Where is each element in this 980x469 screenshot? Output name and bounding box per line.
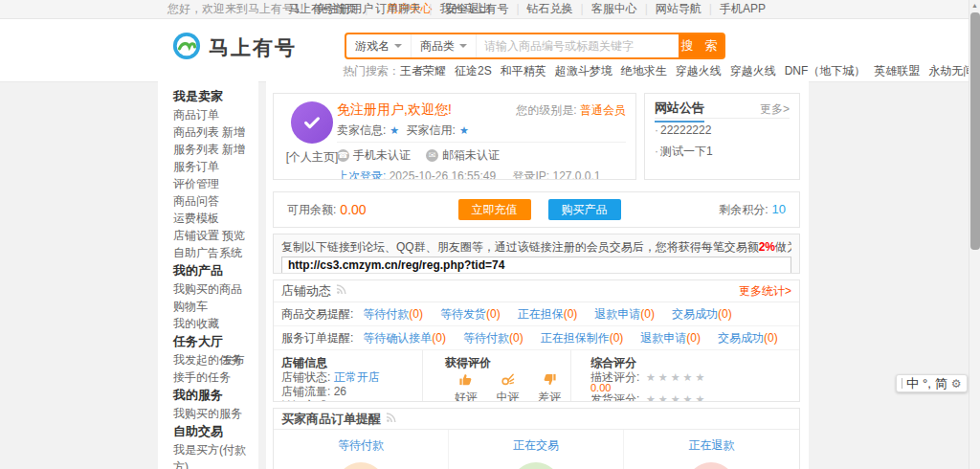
sidebar-item[interactable]: 购物车 — [173, 298, 258, 315]
sidebar-item[interactable]: 我的服务 — [173, 386, 258, 405]
buyer-order-status-link[interactable]: 正在交易 — [513, 438, 559, 452]
order-status-link[interactable]: 交易成功(0) — [672, 307, 732, 321]
sidebar-extra-link[interactable]: 预览 — [222, 227, 245, 244]
hot-search-link[interactable]: 英雄联盟 — [874, 64, 920, 78]
sidebar-item-label[interactable]: 服务订单 — [173, 160, 219, 173]
sidebar-item[interactable]: 服务列表 新增 — [173, 141, 258, 158]
hot-search-link[interactable]: 穿越火线 — [730, 64, 776, 78]
buyer-order-status-link[interactable]: 正在退款 — [688, 438, 734, 452]
ime-mode[interactable]: 中 — [906, 375, 919, 392]
topbar-nav-link[interactable]: 手机APP — [702, 2, 766, 15]
order-status-link[interactable]: 交易成功(0) — [718, 331, 778, 345]
sidebar-item[interactable]: 我购买的服务 — [173, 405, 258, 422]
topbar-nav-link[interactable]: 马上有号首页 — [288, 2, 357, 15]
vertical-scrollbar[interactable]: ▲ — [969, 0, 980, 469]
gear-icon[interactable]: ⚙ — [951, 377, 962, 391]
buy-product-button[interactable]: 购买产品 — [548, 199, 621, 220]
order-status-link[interactable]: 等待确认接单(0) — [363, 331, 446, 345]
sidebar-item-label[interactable]: 自助广告系统 — [173, 246, 242, 259]
sidebar-item-label[interactable]: 我是买方(付款方) — [173, 443, 246, 469]
scrollbar-thumb[interactable] — [970, 12, 980, 250]
order-status-link[interactable]: 退款申请(0) — [594, 307, 655, 321]
order-status-link[interactable]: 等待付款(0) — [363, 307, 423, 321]
hot-search-link[interactable]: DNF（地下城） — [785, 64, 866, 78]
sidebar-item[interactable]: 我的收藏 — [173, 315, 258, 332]
sidebar-item[interactable]: 服务订单 — [173, 158, 258, 175]
sidebar-item-label[interactable]: 商品问答 — [173, 194, 219, 208]
last-login-link[interactable]: 上次登录: — [337, 169, 386, 180]
sidebar-item[interactable]: 自助交易 — [173, 422, 258, 441]
sidebar-item-label[interactable]: 我的收藏 — [173, 317, 219, 330]
sidebar-item-label[interactable]: 接手的任务 — [173, 370, 231, 384]
hot-search-link[interactable]: 穿越火线 — [676, 64, 722, 78]
logo[interactable]: 马上有号 — [172, 32, 297, 63]
sidebar-item[interactable]: 商品问答 — [173, 192, 258, 210]
recharge-button[interactable]: 立即充值 — [458, 199, 531, 220]
sidebar-extra-link[interactable]: 新增 — [222, 123, 245, 141]
ime-status-bar[interactable]: 中 °, 简 ⚙ — [896, 374, 968, 392]
hot-search-link[interactable]: 和平精英 — [501, 64, 546, 78]
sidebar-item-label[interactable]: 服务列表 — [173, 143, 219, 156]
sidebar-item[interactable]: 接手的任务 — [173, 368, 258, 386]
sidebar-item-label[interactable]: 我购买的商品 — [173, 282, 242, 296]
sidebar-item[interactable]: 店铺设置 预览 — [173, 227, 258, 244]
scroll-up-arrow-icon[interactable]: ▲ — [969, 0, 980, 11]
personal-homepage-link[interactable]: [个人主页] — [285, 149, 339, 166]
sidebar-item[interactable]: 我是卖家 — [173, 87, 258, 106]
verification-row: ☎手机未认证 ✉邮箱未认证 — [337, 147, 626, 163]
sidebar-item[interactable]: 我的产品 — [173, 261, 258, 280]
search-button[interactable]: 搜 索 — [679, 34, 724, 57]
hot-search-link[interactable]: 王者荣耀 — [400, 64, 446, 78]
notice-item[interactable]: 测试一下1 — [655, 143, 790, 161]
sidebar-item-label[interactable]: 店铺设置 — [173, 229, 219, 242]
ime-charset[interactable]: 简 — [935, 375, 947, 392]
sidebar-item[interactable]: 商品列表 新增 — [173, 123, 258, 141]
sidebar-item-label[interactable]: 我的服务 — [173, 388, 223, 402]
game-select[interactable]: 游戏名 — [346, 34, 412, 57]
sidebar-item[interactable]: 任务大厅 — [173, 332, 258, 351]
sidebar-item-label[interactable]: 我是卖家 — [173, 89, 223, 103]
topbar-nav-link[interactable]: 订单聊天 — [357, 2, 421, 15]
search-input[interactable] — [477, 34, 679, 57]
more-stats-link[interactable]: 更多统计> — [739, 283, 791, 300]
sidebar-item-label[interactable]: 购物车 — [173, 300, 208, 313]
order-status-link[interactable]: 退款申请(0) — [640, 331, 701, 345]
topbar-nav-link[interactable]: 钻石兑换 — [508, 2, 572, 15]
sidebar-item[interactable]: 我发起的任务 发布 — [173, 351, 258, 368]
topbar-nav-link[interactable]: 客服中心 — [573, 2, 637, 15]
sidebar-item-label[interactable]: 运费模板 — [173, 212, 219, 225]
sidebar-item-label[interactable]: 任务大厅 — [173, 334, 223, 348]
buyer-order-status-link[interactable]: 等待付款 — [338, 438, 384, 452]
sidebar-item[interactable]: 我是买方(付款方) — [173, 441, 258, 458]
sidebar-item[interactable]: 商品订单 — [173, 106, 258, 123]
sidebar-item-label[interactable]: 自助交易 — [173, 424, 223, 438]
sidebar-item-label[interactable]: 我购买的服务 — [173, 407, 242, 420]
notice-more-link[interactable]: 更多> — [760, 101, 790, 118]
order-status-text: 交易成功 — [718, 331, 764, 345]
rating-label: 差评 — [538, 391, 561, 402]
category-select[interactable]: 商品类 — [412, 34, 477, 57]
sidebar-item-label[interactable]: 商品订单 — [173, 108, 219, 122]
referral-url-field[interactable]: http://cs3.cmzym.cn/reg/reg.php?tid=74 — [281, 257, 791, 274]
sidebar-item-label[interactable]: 评价管理 — [173, 177, 219, 190]
sidebar-item[interactable]: 运费模板 — [173, 210, 258, 227]
order-status-link[interactable]: 等待发货(0) — [440, 307, 501, 321]
order-status-link[interactable]: 等待付款(0) — [463, 331, 523, 345]
sidebar-item-label[interactable]: 商品列表 — [173, 125, 219, 139]
ime-punct[interactable]: °, — [923, 376, 931, 391]
topbar-nav-link[interactable]: 我的马上有号 — [421, 2, 508, 15]
topbar-nav-link[interactable]: 网站导航 — [637, 2, 702, 15]
sidebar-item[interactable]: 我购买的商品 — [173, 280, 258, 298]
sidebar-item[interactable]: 评价管理 — [173, 175, 258, 192]
sidebar-extra-link[interactable]: 发布 — [222, 351, 245, 368]
hot-search-link[interactable]: 征途2S — [455, 64, 492, 78]
order-status-link[interactable]: 正在担保(0) — [518, 307, 578, 321]
notice-item[interactable]: 22222222 — [655, 122, 790, 140]
sidebar-item[interactable]: 自助广告系统 — [173, 244, 258, 261]
avatar[interactable] — [291, 101, 333, 144]
hot-search-link[interactable]: 绝地求生 — [621, 64, 667, 78]
sidebar-item-label[interactable]: 我的产品 — [173, 263, 223, 278]
order-status-link[interactable]: 正在担保制作(0) — [541, 331, 624, 345]
hot-search-link[interactable]: 超激斗梦境 — [555, 64, 612, 78]
sidebar-extra-link[interactable]: 新增 — [222, 141, 245, 158]
